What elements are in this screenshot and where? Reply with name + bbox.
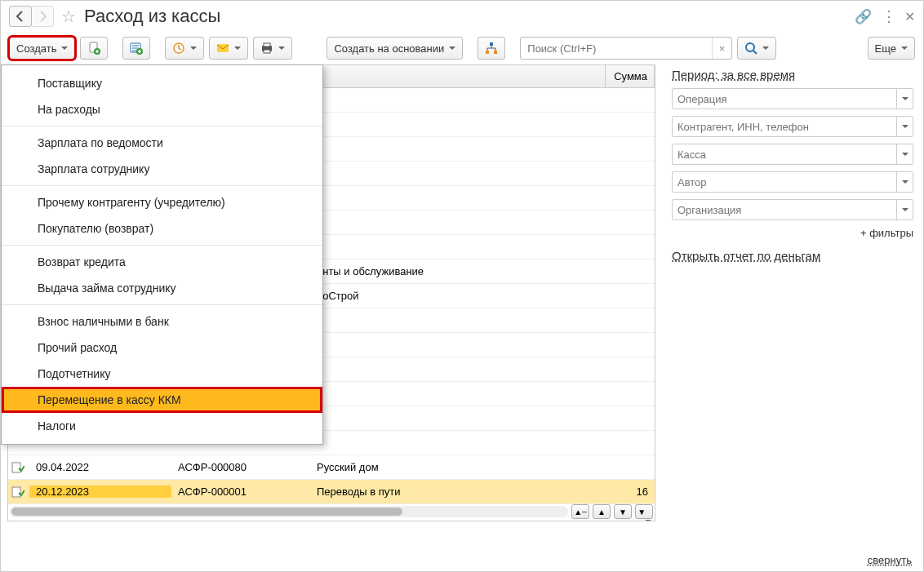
- filter-cash-input[interactable]: [673, 144, 896, 164]
- grid-footer: ▲_ ▲ ▼ ▼_: [8, 503, 655, 521]
- print-button[interactable]: [253, 37, 292, 60]
- create-menu-item[interactable]: Налоги: [2, 413, 322, 439]
- create-menu-item[interactable]: Прочий расход: [2, 335, 322, 361]
- svg-rect-14: [12, 487, 20, 497]
- toolbar: Создать: [1, 32, 923, 64]
- menu-separator: [2, 245, 322, 246]
- list-add-button[interactable]: [122, 37, 150, 60]
- document-plus-icon: [87, 42, 100, 55]
- link-icon[interactable]: 🔗: [855, 8, 872, 25]
- horizontal-scrollbar[interactable]: [10, 506, 568, 517]
- svg-rect-13: [12, 463, 20, 472]
- dropdown-icon[interactable]: [896, 117, 913, 136]
- column-sum[interactable]: Сумма: [606, 65, 655, 87]
- envelope-icon: [216, 42, 229, 55]
- printer-icon: [260, 42, 273, 55]
- filter-author[interactable]: [672, 171, 913, 193]
- find-button[interactable]: [737, 37, 776, 60]
- menu-separator: [2, 126, 322, 126]
- search-box[interactable]: ×: [520, 37, 732, 60]
- create-menu-item[interactable]: На расходы: [2, 96, 322, 122]
- create-menu-item[interactable]: Прочему контрагенту (учредителю): [2, 189, 322, 215]
- filter-counterparty[interactable]: [672, 116, 913, 137]
- time-button[interactable]: [165, 37, 204, 60]
- filter-counterparty-input[interactable]: [673, 117, 896, 136]
- dropdown-icon[interactable]: [896, 172, 913, 192]
- svg-rect-8: [264, 50, 270, 53]
- email-button[interactable]: [209, 37, 248, 60]
- create-dropdown-menu: ПоставщикуНа расходыЗарплата по ведомост…: [1, 64, 323, 445]
- create-copy-button[interactable]: [80, 37, 108, 60]
- scroll-down-button[interactable]: ▼: [614, 504, 632, 519]
- scroll-top-button[interactable]: ▲_: [571, 504, 589, 519]
- favorite-star-icon[interactable]: ☆: [61, 7, 76, 26]
- dropdown-icon[interactable]: [896, 144, 913, 164]
- svg-rect-5: [217, 44, 229, 52]
- filter-organization-input[interactable]: [673, 200, 896, 219]
- search-clear-button[interactable]: ×: [712, 38, 732, 59]
- create-based-on-button[interactable]: Создать на основании: [327, 37, 463, 60]
- create-menu-item[interactable]: Возврат кредита: [2, 249, 322, 275]
- svg-rect-7: [264, 43, 270, 47]
- menu-separator: [2, 304, 322, 305]
- hierarchy-icon: [485, 42, 498, 55]
- arrow-right-icon: [36, 10, 49, 23]
- svg-rect-11: [494, 51, 497, 54]
- table-row[interactable]: 20.12.2023 АСФР-000001 Переводы в пути 1…: [8, 480, 655, 504]
- filter-cash[interactable]: [672, 144, 913, 165]
- create-menu-item[interactable]: Зарплата по ведомости: [2, 130, 322, 156]
- forward-button[interactable]: [31, 6, 54, 27]
- filter-author-input[interactable]: [673, 172, 896, 192]
- search-input[interactable]: [521, 42, 711, 55]
- scroll-bottom-button[interactable]: ▼_: [635, 504, 653, 519]
- clock-icon: [172, 42, 185, 55]
- page-title: Расход из кассы: [84, 6, 855, 27]
- arrow-left-icon: [14, 10, 27, 23]
- create-menu-item[interactable]: Подотчетнику: [2, 361, 322, 387]
- create-menu-item[interactable]: Перемещение в кассу ККМ: [2, 387, 322, 413]
- posted-doc-icon: [11, 486, 24, 499]
- dropdown-icon[interactable]: [896, 89, 913, 109]
- create-menu-item[interactable]: Взнос наличными в банк: [2, 308, 322, 335]
- dropdown-icon[interactable]: [896, 200, 913, 219]
- more-button-label: Еще: [875, 42, 896, 55]
- back-button[interactable]: [9, 6, 32, 27]
- collapse-link[interactable]: свернуть: [868, 554, 912, 566]
- create-button-label: Создать: [16, 42, 56, 55]
- period-link[interactable]: Период: за все время: [672, 68, 795, 82]
- scroll-up-button[interactable]: ▲: [593, 504, 611, 519]
- create-menu-item[interactable]: Зарплата сотруднику: [2, 156, 322, 182]
- create-button[interactable]: Создать: [9, 37, 75, 60]
- filter-panel: Период: за все время + фильтры Открыть о…: [662, 64, 923, 553]
- add-filters-link[interactable]: + фильтры: [672, 227, 913, 239]
- open-money-report-link[interactable]: Открыть отчет по деньгам: [672, 249, 820, 263]
- list-plus-icon: [130, 42, 143, 55]
- svg-rect-10: [486, 51, 489, 54]
- structure-button[interactable]: [478, 37, 505, 60]
- posted-doc-icon: [11, 461, 24, 474]
- svg-rect-9: [490, 42, 493, 46]
- close-icon[interactable]: ✕: [904, 9, 915, 24]
- magnifier-icon: [744, 42, 757, 55]
- create-menu-item[interactable]: Выдача займа сотруднику: [2, 275, 322, 301]
- column-description[interactable]: [310, 65, 606, 87]
- window-header: ☆ Расход из кассы 🔗 ⋮ ✕: [1, 1, 923, 32]
- create-menu-item[interactable]: Покупателю (возврат): [2, 215, 322, 242]
- create-based-on-label: Создать на основании: [334, 42, 444, 55]
- filter-operation[interactable]: [672, 88, 913, 109]
- menu-separator: [2, 185, 322, 186]
- more-button[interactable]: Еще: [868, 37, 915, 60]
- filter-operation-input[interactable]: [673, 89, 896, 109]
- filter-organization[interactable]: [672, 199, 913, 220]
- kebab-menu-icon[interactable]: ⋮: [882, 7, 895, 25]
- table-row[interactable]: 09.04.2022 АСФР-000080 Русский дом: [8, 455, 655, 480]
- create-menu-item[interactable]: Поставщику: [2, 70, 322, 96]
- svg-point-12: [746, 43, 754, 51]
